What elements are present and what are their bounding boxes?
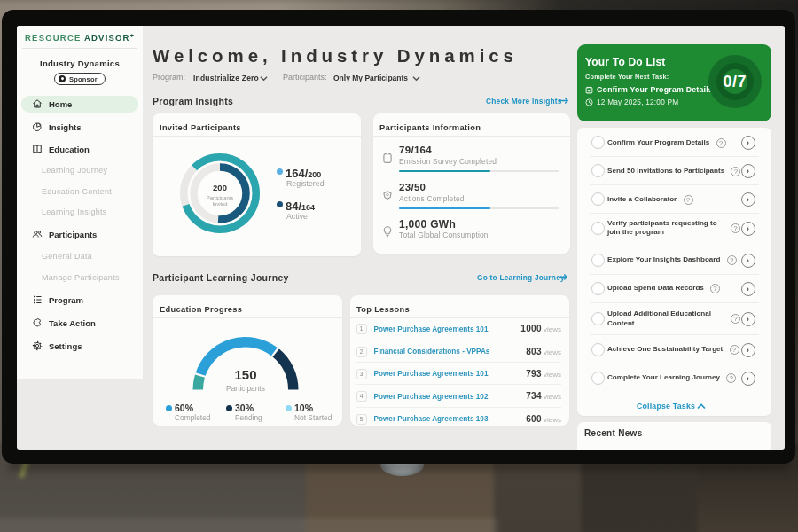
svg-text:200: 200 — [213, 183, 227, 192]
svg-text:Invited: Invited — [212, 201, 227, 207]
svg-text:Participants: Participants — [207, 195, 233, 200]
